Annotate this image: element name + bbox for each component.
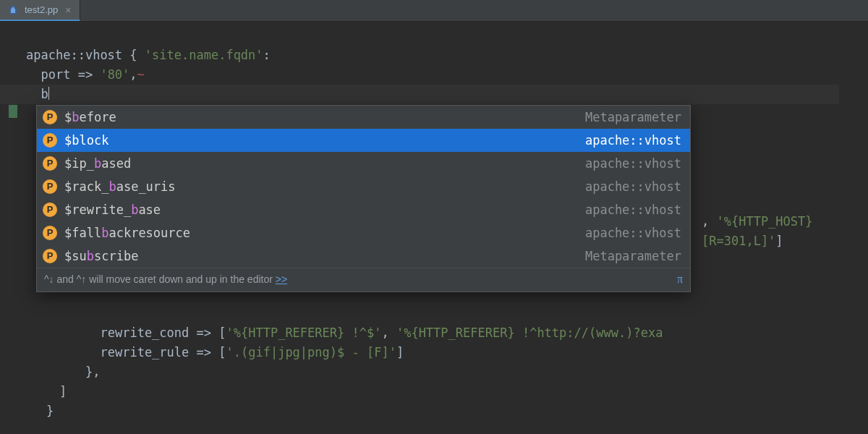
token [93, 67, 100, 82]
token: rewrite_rule [85, 345, 197, 359]
svg-rect-0 [12, 13, 14, 14]
parameter-badge-icon: P [43, 110, 57, 124]
autocomplete-item-left: P$subscribe [43, 249, 138, 263]
hint-link[interactable]: >> [276, 273, 287, 285]
pi-icon[interactable]: π [677, 272, 683, 286]
current-line: b [0, 85, 839, 104]
code-line: apache::vhost { 'site.name.fqdn': [26, 48, 271, 62]
token: : [263, 48, 271, 62]
file-tab[interactable]: test2.pp × [0, 0, 80, 21]
token: ] [59, 384, 67, 399]
token: '%{HTTP_REFERER} !^http://(www.)?exa [396, 326, 663, 340]
autocomplete-item-name: $rack_base_uris [64, 179, 176, 194]
token: => [197, 326, 211, 340]
autocomplete-item-name: $subscribe [64, 249, 138, 263]
close-icon[interactable]: × [64, 4, 72, 16]
background-code-below: rewrite_cond => ['%{HTTP_REFERER} !^$', … [85, 304, 663, 421]
autocomplete-item-left: P$fallbackresource [43, 226, 190, 240]
autocomplete-item[interactable]: P$fallbackresourceapache::vhost [37, 221, 690, 244]
code-line: rewrite_rule => ['.(gif|jpg|png)$ - [F]'… [85, 345, 404, 359]
token: , [381, 326, 396, 340]
token: , [702, 214, 716, 229]
parameter-badge-icon: P [43, 179, 57, 194]
code-line: } [46, 404, 54, 418]
autocomplete-item-left: P$ip_based [43, 156, 131, 171]
autocomplete-footer: ^↓ and ^↑ will move caret down and up in… [37, 268, 690, 292]
parameter-badge-icon: P [43, 249, 57, 263]
token: ] [396, 345, 404, 359]
editor-gutter [0, 22, 23, 124]
parameter-badge-icon: P [43, 226, 57, 240]
autocomplete-item-name: $fallbackresource [64, 226, 190, 240]
token: [R=301,L]' [702, 234, 775, 248]
code-line: }, [85, 365, 100, 379]
token: ] [775, 234, 783, 248]
token: , [129, 67, 137, 82]
autocomplete-item[interactable]: P$beforeMetaparameter [37, 106, 690, 129]
token: port [26, 67, 78, 82]
token: => [78, 67, 93, 82]
token: [ [211, 345, 226, 359]
autocomplete-item-type: apache::vhost [585, 179, 681, 194]
caret [48, 87, 49, 100]
autocomplete-item[interactable]: P$blockapache::vhost [37, 129, 690, 152]
gutter-change-marker [9, 105, 17, 118]
autocomplete-item-name: $block [64, 133, 109, 148]
autocomplete-item-name: $before [64, 110, 116, 124]
autocomplete-item-type: apache::vhost [585, 133, 681, 148]
token: :: [70, 48, 85, 62]
parameter-badge-icon: P [43, 203, 57, 217]
token: vhost [85, 48, 129, 62]
autocomplete-item-type: Metaparameter [585, 249, 681, 263]
token: '80' [100, 67, 129, 82]
tab-filename: test2.pp [25, 4, 58, 15]
token: [ [211, 326, 226, 340]
parameter-badge-icon: P [43, 133, 57, 148]
whitespace-marker: ~ [137, 67, 145, 82]
token: } [46, 404, 54, 418]
token: '%{HTTP_REFERER} !^$' [226, 326, 382, 340]
autocomplete-item[interactable]: P$rack_base_urisapache::vhost [37, 175, 690, 198]
token: '%{HTTP_HOST} [716, 214, 812, 229]
token: b [26, 87, 48, 101]
puppet-file-icon [7, 4, 19, 16]
autocomplete-popup: P$beforeMetaparameterP$blockapache::vhos… [36, 105, 691, 292]
token: => [197, 345, 211, 359]
code-line: port => '80',~ [26, 67, 145, 82]
autocomplete-item-left: P$rack_base_uris [43, 179, 176, 194]
autocomplete-item-type: Metaparameter [585, 110, 681, 124]
hint-text: ^↓ and ^↑ will move caret down and up in… [44, 273, 276, 285]
autocomplete-item-left: P$block [43, 133, 109, 148]
autocomplete-item[interactable]: P$subscribeMetaparameter [37, 244, 690, 268]
autocomplete-hint: ^↓ and ^↑ will move caret down and up in… [44, 272, 287, 286]
token: 'site.name.fqdn' [145, 48, 263, 62]
token: '.(gif|jpg|png)$ - [F]' [226, 345, 396, 359]
token: { [129, 48, 144, 62]
token: apache [26, 48, 70, 62]
autocomplete-item-type: apache::vhost [585, 226, 681, 240]
autocomplete-item[interactable]: P$ip_basedapache::vhost [37, 152, 690, 175]
code-line: rewrite_cond => ['%{HTTP_REFERER} !^$', … [85, 326, 663, 340]
autocomplete-item[interactable]: P$rewrite_baseapache::vhost [37, 198, 690, 221]
autocomplete-item-type: apache::vhost [585, 156, 681, 171]
autocomplete-item-left: P$before [43, 110, 116, 124]
autocomplete-item-name: $rewrite_base [64, 203, 161, 217]
tab-bar: test2.pp × [0, 0, 868, 22]
parameter-badge-icon: P [43, 156, 57, 171]
background-code-right: , '%{HTTP_HOST} [R=301,L]'] [702, 192, 813, 251]
autocomplete-item-name: $ip_based [64, 156, 131, 171]
autocomplete-item-left: P$rewrite_base [43, 203, 161, 217]
autocomplete-item-type: apache::vhost [585, 203, 681, 217]
token: rewrite_cond [85, 326, 197, 340]
code-line: ] [59, 384, 67, 399]
